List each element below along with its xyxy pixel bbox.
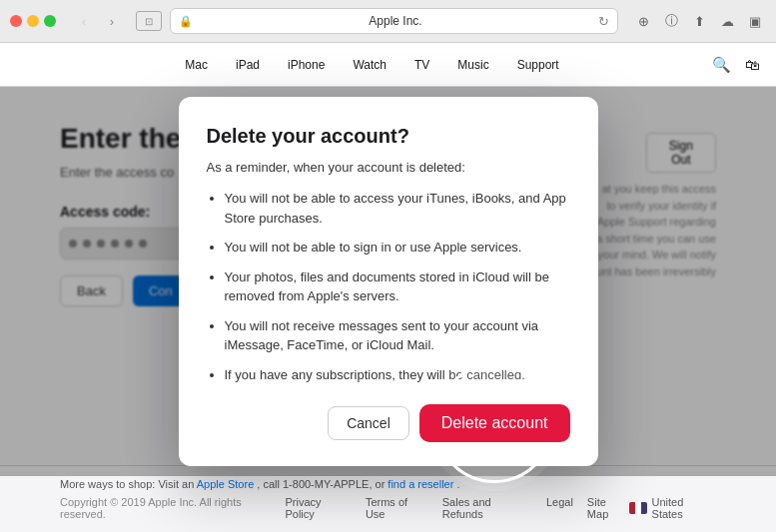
address-bar[interactable]: 🔒 Apple Inc. ↻ [170,8,618,34]
sidebar-button[interactable]: ▣ [744,10,766,32]
add-tab-button[interactable]: ⊕ [632,10,654,32]
country-label: United States [652,496,716,520]
legal-link[interactable]: Legal [546,496,573,520]
reading-list-button[interactable]: ☁ [716,10,738,32]
site-map-link[interactable]: Site Map [587,496,629,520]
nav-items: Mac iPad iPhone Watch TV Music Support [32,43,712,87]
browser-actions: ⊕ ⓘ ⬆ ☁ ▣ [632,10,766,32]
tab-icon: ⊡ [136,11,162,31]
share-button[interactable]: ⬆ [688,10,710,32]
nav-item-ipad[interactable]: iPad [222,43,274,87]
modal-title: Delete your account? [207,125,570,148]
more-ways-text: More ways to shop: Visit an [60,478,194,490]
cancel-button[interactable]: Cancel [328,406,409,440]
modal-list: You will not be able to access your iTun… [225,189,570,384]
minimize-button[interactable] [27,15,39,27]
terms-link[interactable]: Terms of Use [366,496,428,520]
sales-refunds-link[interactable]: Sales and Refunds [442,496,532,520]
browser-titlebar: ‹ › ⊡ 🔒 Apple Inc. ↻ ⊕ ⓘ ⬆ ☁ ▣ [0,0,776,42]
info-button[interactable]: ⓘ [660,10,682,32]
footer-bottom: Copyright © 2019 Apple Inc. All rights r… [60,496,716,520]
nav-buttons: ‹ › [72,11,124,31]
delete-account-button[interactable]: Delete account [419,404,570,442]
bag-button[interactable]: 🛍 [745,56,760,73]
traffic-lights [10,15,56,27]
period: . [456,478,459,490]
address-text: Apple Inc. [199,14,592,28]
nav-item-watch[interactable]: Watch [339,43,400,87]
nav-item-music[interactable]: Music [443,43,502,87]
country-selector[interactable]: United States [629,496,716,520]
back-nav-button[interactable]: ‹ [72,11,96,31]
phone-text: , call 1-800-MY-APPLE, or [257,478,385,490]
forward-nav-button[interactable]: › [100,11,124,31]
delete-btn-wrapper: Delete account [419,404,570,442]
maximize-button[interactable] [44,15,56,27]
reload-icon[interactable]: ↻ [598,14,609,29]
nav-item-tv[interactable]: TV [400,43,443,87]
footer-links: Privacy Policy Terms of Use Sales and Re… [285,496,629,520]
privacy-policy-link[interactable]: Privacy Policy [285,496,351,520]
apple-store-link[interactable]: Apple Store [197,478,254,490]
close-button[interactable] [10,15,22,27]
modal-overlay: Delete your account? As a reminder, when… [0,87,776,476]
modal-bullet-2: You will not be able to sign in or use A… [225,238,570,258]
modal-bullet-1: You will not be able to access your iTun… [225,189,570,228]
modal-bullet-4: You will not receive messages sent to yo… [225,316,570,355]
delete-account-modal: Delete your account? As a reminder, when… [179,97,598,466]
modal-bullet-3: Your photos, files and documents stored … [225,267,570,306]
apple-nav: Mac iPad iPhone Watch TV Music Support 🔍… [0,43,776,87]
nav-item-support[interactable]: Support [503,43,573,87]
modal-bullet-5: If you have any subscriptions, they will… [225,365,570,385]
nav-item-mac[interactable]: Mac [171,43,222,87]
nav-right: 🔍 🛍 [712,56,760,74]
modal-actions: Cancel Delete account [207,404,570,442]
nav-item-iphone[interactable]: iPhone [274,43,339,87]
modal-intro: As a reminder, when your account is dele… [207,160,570,175]
lock-icon: 🔒 [179,15,193,28]
search-button[interactable]: 🔍 [712,56,731,74]
footer-top: More ways to shop: Visit an Apple Store … [60,478,716,490]
reseller-link[interactable]: find a reseller [388,478,453,490]
flag-icon [629,502,647,514]
copyright-text: Copyright © 2019 Apple Inc. All rights r… [60,496,285,520]
